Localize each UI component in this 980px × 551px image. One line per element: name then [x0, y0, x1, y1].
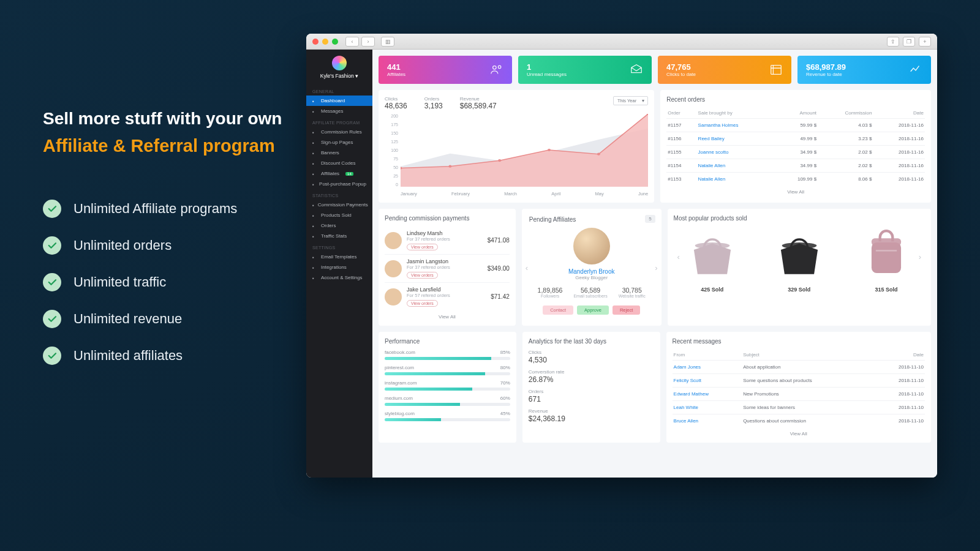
view-orders-button[interactable]: View orders — [407, 272, 438, 279]
stat-value: 441 — [387, 63, 405, 71]
sidebar-item-commission-payments[interactable]: ▪ Commission Payments — [306, 200, 372, 210]
tabs-icon[interactable]: ❐ — [903, 37, 915, 47]
promo-feature-list: Unlimited Affiliate programs Unlimited o… — [43, 200, 300, 365]
table-cell: Samantha Holmes — [697, 119, 777, 132]
table-row[interactable]: #1154Natalie Allen34.99 $2.02 $2018-11-1… — [666, 159, 925, 173]
table-cell: Leah White — [673, 401, 742, 414]
svg-point-0 — [498, 66, 500, 68]
sidebar-item-affiliates[interactable]: ▪ Affiliates 14 — [306, 168, 372, 179]
table-row[interactable]: #1155Joanne scotto34.99 $2.02 $2018-11-1… — [666, 146, 925, 159]
sidebar-item-commission-rules[interactable]: ▪ Commission Rules — [306, 127, 372, 137]
x-tick: March — [504, 191, 517, 197]
table-row[interactable]: Adam JonesAbout application2018-11-10 — [673, 361, 925, 374]
sidebar-item-discount-codes[interactable]: ▪ Discount Codes — [306, 158, 372, 168]
table-cell: 3.23 $ — [818, 132, 873, 146]
table-cell: 2.02 $ — [818, 159, 873, 173]
chart-area: 2001751501251007550250 JanuaryFebruaryMa… — [385, 114, 648, 197]
affiliate-name[interactable]: Manderlyn Brook — [568, 268, 615, 275]
table-cell: 34.99 $ — [777, 159, 818, 173]
sidebar-item-products-sold[interactable]: ▪ Products Sold — [306, 210, 372, 220]
commission-item: Jake Larsfield For 57 refered orders Vie… — [385, 283, 510, 310]
sidebar-item-account-settings[interactable]: ▪ Account & Settings — [306, 272, 372, 283]
sidebar-item-dashboard[interactable]: ▪ Dashboard — [306, 96, 372, 106]
prev-affiliate-icon[interactable]: ‹ — [526, 263, 528, 272]
analytics-value: 671 — [529, 395, 654, 403]
sidebar-item-orders[interactable]: ▪ Orders — [306, 220, 372, 231]
approve-button[interactable]: Approve — [577, 305, 609, 315]
recent-messages-card: Recent messages FromSubjectDate Adam Jon… — [666, 332, 931, 443]
y-tick: 75 — [385, 157, 398, 161]
sidebar-section-header: STATISTICS — [306, 189, 372, 200]
table-header: Order — [666, 108, 696, 119]
stat-card[interactable]: 1 Unread messages — [518, 56, 652, 84]
brand[interactable]: Kyle's Fashion ▾ — [306, 56, 372, 79]
discount-icon: ▪ — [312, 161, 317, 166]
chart-range-select[interactable]: This Year — [613, 96, 648, 105]
sidebar-item-post-purchase-popup[interactable]: ▪ Post-purchase Popup — [306, 179, 372, 189]
stat-card[interactable]: $68,987.89 Revenue to date — [797, 56, 931, 84]
view-all-link[interactable]: View All — [385, 310, 510, 320]
svg-point-4 — [498, 159, 501, 162]
product-item[interactable]: 329 Sold — [773, 227, 826, 293]
table-row[interactable]: #1157Samantha Holmes59.99 $4.03 $2018-11… — [666, 119, 925, 132]
stat-value: 47,765 — [666, 63, 696, 71]
new-tab-button[interactable]: + — [919, 37, 931, 47]
next-affiliate-icon[interactable]: › — [655, 263, 657, 272]
zoom-icon[interactable] — [332, 39, 338, 45]
table-cell: 59.99 $ — [777, 119, 818, 132]
performance-source: styleblog.com — [385, 411, 415, 416]
sidebar-item-label: Affiliates — [321, 171, 339, 176]
affiliates-icon: ▪ — [312, 171, 317, 176]
sidebar-item-label: Messages — [321, 108, 343, 114]
view-all-link[interactable]: View All — [673, 427, 925, 437]
table-row[interactable]: Leah WhiteSome ideas for banners2018-11-… — [673, 401, 925, 414]
view-all-link[interactable]: View All — [666, 186, 925, 195]
dashboard-icon: ▪ — [312, 99, 317, 103]
reject-button[interactable]: Reject — [612, 305, 640, 315]
commission-name[interactable]: Lindsey Marsh — [407, 230, 450, 236]
table-row[interactable]: Edward MathewNew Promotions2018-11-10 — [673, 388, 925, 401]
next-product-icon[interactable]: › — [919, 252, 921, 261]
table-row[interactable]: Felicity ScottSome questions about produ… — [673, 374, 925, 388]
check-icon — [43, 273, 61, 291]
stat-label: Clicks to date — [666, 72, 696, 77]
stat-label: Unread messages — [527, 72, 567, 77]
stat-card[interactable]: 441 Affiliates — [379, 56, 512, 84]
prev-product-icon[interactable]: ‹ — [677, 252, 680, 261]
table-cell: Adam Jones — [673, 361, 742, 374]
forward-button[interactable]: › — [361, 37, 375, 47]
contact-button[interactable]: Contact — [543, 305, 573, 315]
sidebar-item-integrations[interactable]: ▪ Integrations — [306, 262, 372, 272]
table-row[interactable]: #1153Natalie Allen109.99 $8.06 $2018-11-… — [666, 173, 925, 186]
close-icon[interactable] — [312, 39, 318, 45]
messages-icon: ▪ — [312, 109, 317, 114]
back-button[interactable]: ‹ — [345, 37, 359, 47]
commission-sub: For 37 refered orders — [407, 236, 450, 242]
sidebar-item-messages[interactable]: ▪ Messages — [306, 106, 372, 116]
sidebar-item-banners[interactable]: ▪ Banners — [306, 148, 372, 158]
app-window: ‹ › ▥ ⇪ ❐ + Kyle's Fashion ▾ GENERAL ▪ D… — [306, 34, 937, 478]
product-item[interactable]: 315 Sold — [860, 227, 913, 293]
sidebar-item-traffic-stats[interactable]: ▪ Traffic Stats — [306, 231, 372, 241]
sidebar-toggle-icon[interactable]: ▥ — [381, 37, 394, 47]
share-icon[interactable]: ⇪ — [887, 37, 899, 47]
product-sold-label: 329 Sold — [788, 287, 810, 293]
product-item[interactable]: 425 Sold — [686, 227, 739, 293]
card-title: Recent orders — [666, 96, 925, 103]
minimize-icon[interactable] — [322, 39, 328, 45]
view-orders-button[interactable]: View orders — [407, 244, 438, 250]
commission-name[interactable]: Jake Larsfield — [407, 287, 450, 293]
commission-name[interactable]: Jasmin Langston — [407, 258, 450, 264]
view-orders-button[interactable]: View orders — [407, 300, 438, 307]
table-row[interactable]: Bruce AllenQuestions about commission201… — [673, 414, 925, 428]
table-row[interactable]: #1156Reed Bailey49.99 $3.23 $2018-11-16 — [666, 132, 925, 146]
sidebar-item-email-templates[interactable]: ▪ Email Templates — [306, 252, 372, 262]
table-cell: #1157 — [666, 119, 696, 132]
commission-item: Lindsey Marsh For 37 refered orders View… — [385, 227, 510, 255]
popular-products-card: Most popular products sold ‹ › 425 Sold … — [668, 209, 931, 326]
sidebar-item-sign-up-pages[interactable]: ▪ Sign-up Pages — [306, 137, 372, 148]
svg-rect-1 — [771, 66, 782, 75]
table-cell: About application — [742, 361, 874, 374]
stat-card[interactable]: 47,765 Clicks to date — [658, 56, 791, 84]
analytics-label: Orders — [529, 389, 654, 394]
